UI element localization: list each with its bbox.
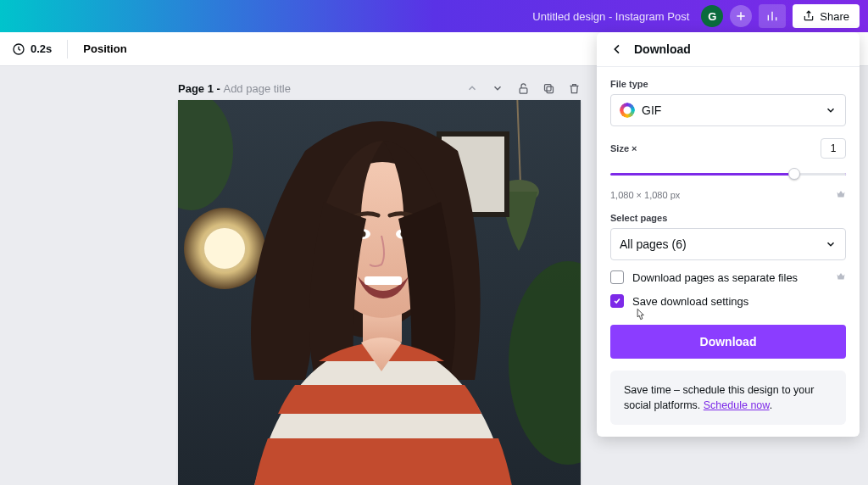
add-collaborator-button[interactable] xyxy=(730,5,752,27)
slider-track-rest xyxy=(794,173,846,176)
share-button[interactable]: Share xyxy=(793,4,860,28)
chevron-up-icon xyxy=(466,82,478,94)
size-slider[interactable] xyxy=(610,165,846,182)
analytics-button[interactable] xyxy=(759,4,786,28)
size-multiplier-input[interactable] xyxy=(821,138,846,159)
chevron-left-icon xyxy=(610,42,624,56)
page-canvas[interactable] xyxy=(178,100,581,485)
page-title-row[interactable]: Page 1 - Add page title xyxy=(178,82,291,95)
download-panel: Download File type GIF Size × 1,080 × 1,… xyxy=(597,32,860,437)
page-title-placeholder: Add page title xyxy=(223,82,291,95)
size-label: Size × xyxy=(610,143,637,153)
output-dimensions: 1,080 × 1,080 px xyxy=(610,190,680,200)
download-panel-title: Download xyxy=(634,42,691,56)
crown-icon xyxy=(836,189,846,201)
svg-rect-1 xyxy=(520,87,527,92)
save-settings-checkbox[interactable] xyxy=(610,294,624,308)
duration-label: 0.2s xyxy=(31,42,52,55)
svg-rect-2 xyxy=(547,86,554,93)
file-type-label: File type xyxy=(610,79,846,89)
analytics-icon xyxy=(765,9,779,23)
delete-page-button[interactable] xyxy=(567,81,581,95)
crown-icon xyxy=(836,271,846,284)
design-content-image xyxy=(178,100,581,485)
lock-open-icon xyxy=(517,82,530,95)
user-avatar[interactable]: G xyxy=(701,5,723,27)
expand-down-button[interactable] xyxy=(491,81,504,95)
separate-files-checkbox[interactable] xyxy=(610,270,624,284)
svg-rect-3 xyxy=(544,84,551,91)
select-pages-dropdown[interactable]: All pages (6) xyxy=(610,228,846,260)
svg-rect-17 xyxy=(364,276,402,285)
svg-point-6 xyxy=(204,228,245,269)
plus-icon xyxy=(735,10,747,22)
separate-files-option[interactable]: Download pages as separate files xyxy=(610,270,846,284)
duplicate-icon xyxy=(542,82,555,95)
save-settings-option[interactable]: Save download settings xyxy=(610,294,846,308)
share-icon xyxy=(803,10,815,22)
check-icon xyxy=(613,297,621,305)
separate-files-label: Download pages as separate files xyxy=(632,271,798,284)
duration-button[interactable]: 0.2s xyxy=(12,42,52,56)
share-label: Share xyxy=(820,10,849,23)
clock-icon xyxy=(12,42,25,56)
collapse-up-button[interactable] xyxy=(465,81,479,95)
file-type-select[interactable]: GIF xyxy=(610,94,846,126)
gif-icon xyxy=(620,103,635,118)
chevron-down-icon xyxy=(825,238,837,250)
save-settings-label: Save download settings xyxy=(632,295,748,308)
chevron-down-icon xyxy=(492,82,504,94)
slider-thumb[interactable] xyxy=(788,168,800,180)
download-panel-header: Download xyxy=(597,32,860,67)
position-button[interactable]: Position xyxy=(83,42,126,55)
lock-page-button[interactable] xyxy=(516,81,530,95)
duplicate-page-button[interactable] xyxy=(542,81,555,95)
page-header: Page 1 - Add page title xyxy=(178,81,581,95)
app-header: Untitled design - Instagram Post G Share xyxy=(0,0,868,32)
select-pages-label: Select pages xyxy=(610,213,846,223)
schedule-tip: Save time – schedule this design to your… xyxy=(610,371,846,425)
chevron-down-icon xyxy=(825,104,837,116)
document-title[interactable]: Untitled design - Instagram Post xyxy=(532,10,689,23)
avatar-initial: G xyxy=(708,10,716,23)
download-button-label: Download xyxy=(700,335,757,348)
file-type-value: GIF xyxy=(642,103,661,117)
select-pages-value: All pages (6) xyxy=(620,237,687,251)
download-button[interactable]: Download xyxy=(610,325,846,359)
schedule-now-link[interactable]: Schedule now xyxy=(704,399,770,411)
page-actions xyxy=(465,81,581,95)
trash-icon xyxy=(568,82,581,95)
back-button[interactable] xyxy=(610,42,624,56)
toolbar-separator xyxy=(67,40,68,59)
page-number-label: Page 1 - xyxy=(178,82,223,95)
